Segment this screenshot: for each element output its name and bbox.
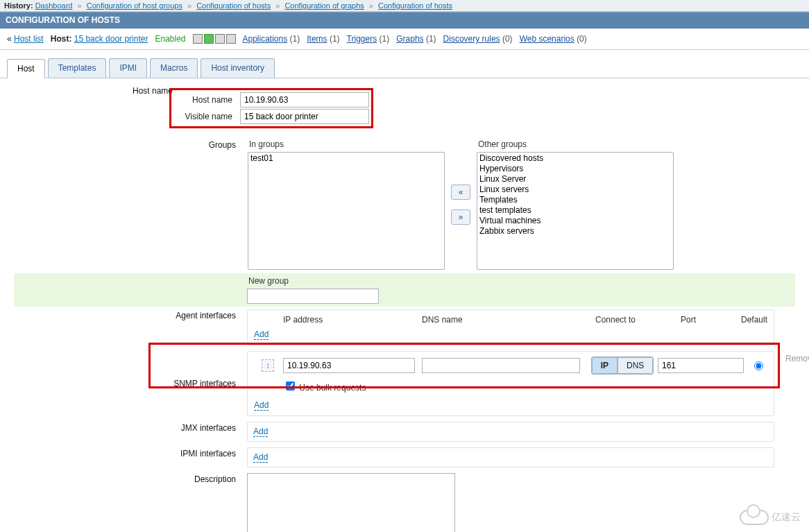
iface-col-dns: DNS name <box>421 314 574 325</box>
move-left-button[interactable]: « <box>451 185 470 200</box>
other-groups-option[interactable]: Templates <box>478 195 672 205</box>
in-groups-select[interactable]: test01 <box>248 152 445 270</box>
other-groups-option[interactable]: test templates <box>478 205 672 216</box>
discovery-count: (0) <box>502 34 513 44</box>
history-item-2[interactable]: Configuration of hosts <box>196 1 271 10</box>
other-groups-option[interactable]: Zabbix servers <box>478 226 672 237</box>
jmx-add-link[interactable]: Add <box>253 427 268 437</box>
description-textarea[interactable] <box>247 473 455 532</box>
iface-col-ip: IP address <box>282 314 421 325</box>
history-item-0[interactable]: Dashboard <box>35 1 73 10</box>
discovery-rules-link[interactable]: Discovery rules <box>443 34 500 44</box>
history-item-1[interactable]: Configuration of host groups <box>87 1 182 10</box>
visible-name-input[interactable] <box>240 109 369 124</box>
iface-col-connect: Connect to <box>574 314 657 325</box>
web-scenarios-link[interactable]: Web scenarios <box>520 34 574 44</box>
status-icon <box>193 34 203 44</box>
jmx-interfaces-label: JMX interfaces <box>14 419 243 445</box>
snmp-add-link[interactable]: Add <box>254 400 269 411</box>
snmp-default-radio[interactable] <box>754 361 763 370</box>
tab-host[interactable]: Host <box>7 59 45 78</box>
status-icons <box>193 34 236 44</box>
move-right-button[interactable]: » <box>451 209 470 225</box>
host-toolbar: « Host list Host: 15 back door printer E… <box>0 28 809 50</box>
items-count: (1) <box>330 34 340 44</box>
graphs-link[interactable]: Graphs <box>396 34 423 44</box>
web-count: (0) <box>577 34 587 44</box>
bulk-requests-checkbox[interactable] <box>286 381 295 391</box>
tab-templates[interactable]: Templates <box>48 58 107 78</box>
other-groups-option[interactable]: Linux servers <box>478 185 672 195</box>
host-list-link[interactable]: Host list <box>14 34 44 44</box>
back-prefix: « <box>7 34 12 44</box>
triggers-count: (1) <box>380 34 390 44</box>
host-name-label-inner: Host name <box>173 92 239 108</box>
agent-interfaces-label: Agent interfaces <box>14 307 243 348</box>
applications-count: (1) <box>290 34 300 44</box>
breadcrumb-sep: » <box>275 1 280 10</box>
status-icon <box>226 34 236 44</box>
host-tabs: Host Templates IPMI Macros Host inventor… <box>0 50 809 78</box>
connect-ip-button[interactable]: IP <box>592 357 618 374</box>
ipmi-interfaces-label: IPMI interfaces <box>14 445 243 470</box>
snmp-dns-input[interactable] <box>422 358 580 373</box>
tab-ipmi[interactable]: IPMI <box>109 58 147 78</box>
graphs-count: (1) <box>426 34 436 44</box>
tab-host-inventory[interactable]: Host inventory <box>201 58 275 78</box>
new-group-input[interactable] <box>247 289 379 304</box>
ipmi-add-link[interactable]: Add <box>253 452 268 463</box>
in-groups-label: In groups <box>248 139 445 152</box>
history-label: History: <box>4 1 33 10</box>
items-link[interactable]: Items <box>307 34 327 44</box>
snmp-ip-input[interactable] <box>283 358 415 373</box>
description-label: Description <box>14 470 243 532</box>
drag-handle-icon[interactable]: ↕ <box>262 359 274 372</box>
host-name-label: Host name <box>14 85 173 96</box>
iface-col-port: Port <box>657 314 719 325</box>
in-groups-option[interactable]: test01 <box>249 153 443 164</box>
breadcrumb-sep: » <box>187 1 191 10</box>
tab-macros[interactable]: Macros <box>150 58 198 78</box>
other-groups-label: Other groups <box>477 139 674 152</box>
triggers-link[interactable]: Triggers <box>347 34 377 44</box>
other-groups-option[interactable]: Linux Server <box>478 174 672 185</box>
groups-label: Groups <box>14 136 243 273</box>
bulk-requests-text: Use bulk requests <box>299 383 366 393</box>
host-status: Enabled <box>155 34 185 44</box>
agent-add-link[interactable]: Add <box>254 329 269 340</box>
visible-name-label-inner: Visible name <box>173 108 239 125</box>
history-item-4[interactable]: Configuration of hosts <box>378 1 452 10</box>
status-icon <box>215 34 225 44</box>
host-name-link[interactable]: 15 back door printer <box>74 34 148 44</box>
connect-dns-button[interactable]: DNS <box>618 357 653 374</box>
breadcrumb-sep: » <box>369 1 373 10</box>
other-groups-option[interactable]: Virtual machines <box>478 216 672 226</box>
new-group-label: New group <box>247 276 791 289</box>
bulk-requests-label[interactable]: Use bulk requests <box>283 383 366 393</box>
host-label: Host: <box>51 34 72 44</box>
host-name-input[interactable] <box>240 92 369 108</box>
breadcrumb-sep: » <box>78 1 82 10</box>
other-groups-option[interactable]: Hypervisors <box>478 164 672 174</box>
snmp-port-input[interactable] <box>658 358 744 373</box>
status-icon-green <box>204 34 214 44</box>
other-groups-select[interactable]: Discovered hosts Hypervisors Linux Serve… <box>477 152 674 270</box>
history-breadcrumb: History: Dashboard » Configuration of ho… <box>0 0 809 12</box>
applications-link[interactable]: Applications <box>243 34 288 44</box>
other-groups-option[interactable]: Discovered hosts <box>478 153 672 164</box>
history-item-3[interactable]: Configuration of graphs <box>284 1 364 10</box>
page-title: CONFIGURATION OF HOSTS <box>0 12 809 28</box>
snmp-interfaces-label: SNMP interfaces <box>14 348 243 419</box>
iface-col-default: Default <box>719 314 768 325</box>
snmp-remove-link[interactable]: Remove <box>785 354 809 363</box>
